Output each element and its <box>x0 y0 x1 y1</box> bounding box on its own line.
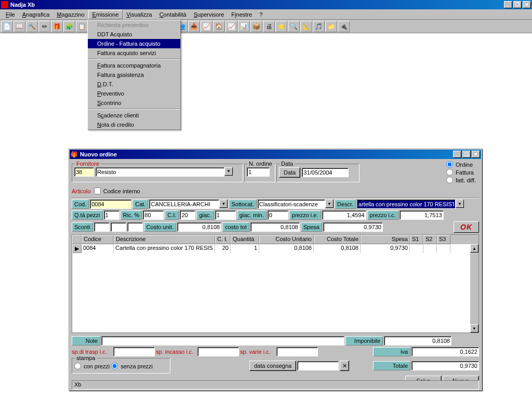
tb-27[interactable]: 📁 <box>325 21 337 32</box>
fornitore-dropdown[interactable]: ▼ <box>224 167 233 176</box>
spesa-input[interactable] <box>323 222 383 232</box>
giac-input[interactable] <box>215 210 236 220</box>
tb-24[interactable]: 🔍 <box>288 21 300 32</box>
sptrasp-input[interactable] <box>113 347 155 356</box>
menu-anagrafica[interactable]: Anagrafica <box>19 10 54 19</box>
gh-s1[interactable]: S1 <box>410 235 423 244</box>
child-close[interactable]: ✕ <box>472 151 480 158</box>
gh-cu[interactable]: Costo Unitario <box>259 235 314 244</box>
gh-qta[interactable]: Quantità <box>231 235 259 244</box>
descr-input[interactable] <box>357 200 456 209</box>
scroll-down[interactable]: ▼ <box>470 324 478 332</box>
tb-7[interactable]: 📋 <box>76 21 88 32</box>
tb-22[interactable]: 🖨 <box>263 21 275 32</box>
sconti1-input[interactable] <box>94 222 110 232</box>
mi-fattura-servizi[interactable]: Fattura acquisto servizi <box>88 48 180 58</box>
tb-25[interactable]: 📐 <box>300 21 312 32</box>
tb-21[interactable]: 📦 <box>250 21 262 32</box>
cod-input[interactable] <box>90 200 131 209</box>
tb-20[interactable]: 📊 <box>238 21 250 32</box>
child-titlebar[interactable]: 🎁 Nuovo ordine _ ☐ ✕ <box>70 150 481 159</box>
mi-fattura-assist[interactable]: Fattura assistenza <box>88 70 180 79</box>
nordine-input[interactable] <box>247 167 270 177</box>
tb-5[interactable]: 🎁 <box>51 21 63 32</box>
note-input[interactable] <box>101 336 344 345</box>
imponibile-input[interactable] <box>384 336 451 345</box>
mi-ddt-acquisto[interactable]: DDT Acquisto <box>88 30 180 39</box>
tb-19[interactable]: 📈 <box>225 21 237 32</box>
data-consegna-btn[interactable]: data consegna <box>249 361 296 371</box>
costotot-input[interactable] <box>250 222 300 232</box>
tb-6[interactable]: 🧩 <box>63 21 75 32</box>
menu-magazzino[interactable]: Magazzino <box>53 10 88 19</box>
mi-ddt[interactable]: D.D.T. <box>88 79 180 89</box>
sconti2-input[interactable] <box>111 222 126 232</box>
child-minimize[interactable]: _ <box>453 151 461 158</box>
menu-file[interactable]: File <box>2 10 19 19</box>
grid-row[interactable]: ▶ 0084 Cartella con pressino color 170 R… <box>72 244 478 253</box>
mi-scontrino[interactable]: Scontrino <box>88 98 180 108</box>
giacmin-input[interactable] <box>268 210 288 220</box>
cat-dd[interactable]: ▼ <box>219 200 228 208</box>
gh-ct[interactable]: Costo Totale <box>314 235 361 244</box>
tb-16[interactable]: 📥 <box>188 21 200 32</box>
mi-preventivo[interactable]: Preventivo <box>88 89 180 98</box>
data-button[interactable]: Data <box>279 167 300 178</box>
totale-input[interactable] <box>411 361 479 370</box>
ric-input[interactable] <box>143 210 164 220</box>
gh-s3[interactable]: S3 <box>437 235 450 244</box>
spvarie-input[interactable] <box>276 347 318 356</box>
radio-fattura[interactable]: Fattura <box>446 169 474 176</box>
restore-button[interactable]: ❐ <box>513 1 522 8</box>
menu-help[interactable]: ? <box>256 10 266 19</box>
prezzoie-input[interactable] <box>322 210 366 220</box>
menu-finestre[interactable]: Finestre <box>228 10 256 19</box>
scroll-up[interactable]: ▲ <box>470 244 478 252</box>
mi-fattura-accomp[interactable]: Fattura accompagnatoria <box>88 61 180 70</box>
tb-2[interactable]: 📖 <box>14 21 25 32</box>
descr-dd[interactable]: ▼ <box>456 200 464 208</box>
qta-input[interactable] <box>104 210 119 220</box>
iva-input[interactable] <box>411 347 479 356</box>
tb-18[interactable]: 🏠 <box>213 21 225 32</box>
mi-ordine-fattura[interactable]: Ordine - Fattura acquisto <box>88 39 180 48</box>
minimize-button[interactable]: _ <box>504 1 512 8</box>
mi-nota-credito[interactable]: Nota di credito <box>88 120 180 129</box>
gh-ci[interactable]: C. I. <box>215 235 231 244</box>
sottocat-dd[interactable]: ▼ <box>325 200 334 208</box>
tb-28[interactable]: 🔌 <box>338 21 350 32</box>
ci-input[interactable] <box>180 210 195 220</box>
fornitore-name-input[interactable] <box>96 167 224 177</box>
menu-visualizza[interactable]: Visualizza <box>123 10 155 19</box>
gh-s2[interactable]: S2 <box>423 235 437 244</box>
radio-senza-prezzi[interactable]: senza prezzi <box>111 363 153 369</box>
codice-interno-checkbox[interactable] <box>94 188 101 194</box>
row-selector[interactable]: ▶ <box>72 244 82 253</box>
tb-1[interactable]: 📄 <box>1 21 13 32</box>
sottocat-input[interactable] <box>258 200 325 209</box>
gh-descr[interactable]: Descrizione <box>114 235 215 244</box>
tb-4[interactable]: ✏ <box>38 21 50 32</box>
gh-spesa[interactable]: Spesa <box>361 235 410 244</box>
data-input[interactable] <box>302 168 349 177</box>
close-button[interactable]: ✕ <box>523 1 531 8</box>
menu-emissione[interactable]: Emissione <box>88 10 123 19</box>
grid-scrollbar[interactable]: ▲ ▼ <box>470 244 478 332</box>
radio-ordine[interactable]: Ordine <box>446 161 473 168</box>
child-maximize[interactable]: ☐ <box>462 151 471 158</box>
sconti3-input[interactable] <box>127 222 143 232</box>
data-consegna-input[interactable] <box>297 361 339 370</box>
menu-contabilita[interactable]: Contabilità <box>156 10 190 19</box>
radio-con-prezzi[interactable]: con prezzi <box>74 363 110 369</box>
tb-17[interactable]: 📈 <box>201 21 212 32</box>
tb-3[interactable]: 🔨 <box>26 21 38 32</box>
ok-button[interactable]: OK <box>454 221 479 233</box>
prezzoic-input[interactable] <box>400 210 444 220</box>
gh-codice[interactable]: Codice <box>82 235 114 244</box>
fornitore-id-input[interactable] <box>74 167 94 177</box>
spinc-input[interactable] <box>197 347 239 356</box>
costounit-input[interactable] <box>177 222 221 232</box>
tb-26[interactable]: 🎵 <box>313 21 325 32</box>
cat-input[interactable] <box>149 200 219 209</box>
tb-23[interactable]: ⭐ <box>275 21 287 32</box>
